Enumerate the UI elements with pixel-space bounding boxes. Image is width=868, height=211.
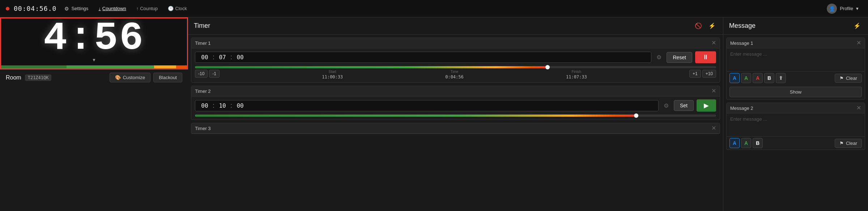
timer-1-hours[interactable] <box>198 54 211 61</box>
timer-2-hours[interactable] <box>198 102 211 109</box>
timer-panel: Timer 🚫 ⚡ Timer 1 ✕ : : ⚙ <box>188 17 723 211</box>
main-layout: 4:56 ▼ Room T21Z41QK 🎨 Customize <box>0 17 868 211</box>
timer-1-header: Timer 1 ✕ <box>191 38 720 48</box>
mode-buttons: ↓ Countdown ↑ Countup 🕐 Clock <box>96 4 189 13</box>
timer-1-plus1-button[interactable]: +1 <box>689 70 701 78</box>
message-2-input[interactable] <box>727 113 865 135</box>
preview-display: 4:56 <box>1 18 187 58</box>
message-1-input[interactable] <box>727 48 865 70</box>
timer-1-start-label: Start <box>329 70 336 74</box>
message-lightning-icon[interactable]: ⚡ <box>852 21 862 31</box>
bar-yellow <box>154 65 176 68</box>
message-1-clear-button[interactable]: ⚑ Clear <box>835 74 862 83</box>
timer-1-plus10-button[interactable]: +10 <box>702 70 716 78</box>
clear-1-flag-icon: ⚑ <box>839 76 844 81</box>
timer-1-progress-handle[interactable] <box>545 65 550 69</box>
timer-1-settings-icon[interactable]: ⚙ <box>654 52 664 63</box>
mode-countup[interactable]: ↑ Countup <box>134 4 160 13</box>
preview-arrow-icon: ▼ <box>92 57 96 63</box>
timer-3-close-button[interactable]: ✕ <box>711 125 716 131</box>
timer-3-header: Timer 3 ✕ <box>191 123 720 134</box>
topbar-right: 👤 Profile ▾ <box>823 2 862 15</box>
timer-2-play-button[interactable]: ▶ <box>697 99 716 112</box>
topbar-timer-display: 00:04:56.0 <box>14 5 56 12</box>
timer-2-seconds[interactable] <box>234 102 247 109</box>
bar-dark-green <box>1 65 67 68</box>
timer-2-settings-icon[interactable]: ⚙ <box>661 100 671 111</box>
eye-off-icon[interactable]: 🚫 <box>693 21 703 31</box>
message-2-header: Message 2 ✕ <box>727 103 865 113</box>
timer-2-set-button[interactable]: Set <box>674 100 694 111</box>
profile-button[interactable]: 👤 Profile ▾ <box>823 2 862 15</box>
bar-light-green <box>67 65 154 68</box>
timer-2-progress-bar <box>195 115 716 117</box>
profile-avatar: 👤 <box>827 4 837 14</box>
timer-2-header: Timer 2 ✕ <box>191 86 720 96</box>
timer-1-progress-fill <box>195 66 549 68</box>
fmt-1-a-blue-button[interactable]: A <box>729 73 740 83</box>
topbar: 00:04:56.0 ⚙ Settings ↓ Countdown ↑ Coun… <box>0 0 868 17</box>
room-bar: Room T21Z41QK 🎨 Customize Blackout <box>0 69 188 85</box>
timer-live-indicator <box>6 7 9 10</box>
timer-1-reset-button[interactable]: Reset <box>667 52 692 63</box>
blackout-button[interactable]: Blackout <box>153 73 182 82</box>
timer-2-progress-fill <box>195 115 638 117</box>
timer-2-time-input: : : <box>195 100 659 111</box>
room-code: T21Z41QK <box>25 74 52 81</box>
preview-color-bar <box>1 65 187 68</box>
mode-clock[interactable]: 🕐 Clock <box>166 4 189 13</box>
fmt-2-a-blue-button[interactable]: A <box>729 138 740 148</box>
countup-arrow-icon: ↑ <box>136 6 139 11</box>
topbar-left: 00:04:56.0 ⚙ Settings ↓ Countdown ↑ Coun… <box>6 4 823 13</box>
lightning-icon[interactable]: ⚡ <box>707 21 717 31</box>
timer-1-minutes[interactable] <box>216 54 229 61</box>
clear-1-label: Clear <box>846 76 857 81</box>
timer-2-close-button[interactable]: ✕ <box>711 88 716 94</box>
room-actions: 🎨 Customize Blackout <box>110 73 182 82</box>
preview-wrapper: 4:56 ▼ Room T21Z41QK 🎨 Customize <box>0 17 188 211</box>
message-1-show-button[interactable]: Show <box>729 87 862 97</box>
timer-1-finish-label: Finish <box>572 70 582 74</box>
fmt-1-a-green-button[interactable]: A <box>741 73 751 83</box>
settings-label: Settings <box>71 6 88 11</box>
timer-1-minus10-button[interactable]: -10 <box>195 70 208 78</box>
fmt-1-upload-button[interactable]: ⬆ <box>776 73 786 83</box>
bar-orange <box>176 65 187 68</box>
settings-button[interactable]: ⚙ Settings <box>61 4 92 13</box>
timer-1-block: Timer 1 ✕ : : ⚙ Reset ⏸ <box>191 38 720 83</box>
clear-2-flag-icon: ⚑ <box>839 141 844 146</box>
timer-2-controls: : : ⚙ Set ▶ <box>191 96 720 115</box>
timer-2-progress-handle[interactable] <box>634 113 638 118</box>
timer-1-pause-button[interactable]: ⏸ <box>695 51 716 63</box>
timer-1-pause-icon: ⏸ <box>702 53 709 61</box>
message-2-block: Message 2 ✕ A A B ⚑ Clear <box>726 103 865 150</box>
timer-1-adjust-left: -10 -1 <box>195 70 220 78</box>
timer-1-start-time: 11:00:33 <box>322 74 343 79</box>
timer-2-block: Timer 2 ✕ : : ⚙ Set ▶ <box>191 86 720 120</box>
timer-1-minus1-button[interactable]: -1 <box>209 70 220 78</box>
timer-1-close-button[interactable]: ✕ <box>711 40 716 46</box>
message-2-clear-button[interactable]: ⚑ Clear <box>835 139 862 148</box>
timer-2-set-label: Set <box>680 103 688 108</box>
timer-2-progress-row <box>191 115 720 117</box>
message-1-header: Message 1 ✕ <box>727 38 865 48</box>
timer-3-block: Timer 3 ✕ <box>191 123 720 134</box>
timer-1-time-group: Time 0:04:56 <box>445 70 464 79</box>
countdown-label: Countdown <box>102 6 126 11</box>
timer-1-adjust-right: +1 +10 <box>689 70 716 78</box>
customize-label: Customize <box>123 75 145 80</box>
timer-panel-title: Timer <box>194 22 210 30</box>
preview-bottom: ▼ <box>1 58 187 68</box>
message-1-close-button[interactable]: ✕ <box>856 40 861 46</box>
timer-1-seconds[interactable] <box>234 54 247 61</box>
fmt-1-b-button[interactable]: B <box>764 73 774 83</box>
mode-countdown[interactable]: ↓ Countdown <box>96 4 128 13</box>
message-2-close-button[interactable]: ✕ <box>856 105 861 111</box>
fmt-2-b-button[interactable]: B <box>753 138 763 148</box>
timer-1-time-label: Time <box>451 70 459 74</box>
message-2-label: Message 2 <box>730 106 753 111</box>
customize-button[interactable]: 🎨 Customize <box>110 73 150 82</box>
timer-2-minutes[interactable] <box>216 102 229 109</box>
fmt-1-a-red-button[interactable]: A <box>753 73 763 83</box>
fmt-2-a-green-button[interactable]: A <box>741 138 751 148</box>
